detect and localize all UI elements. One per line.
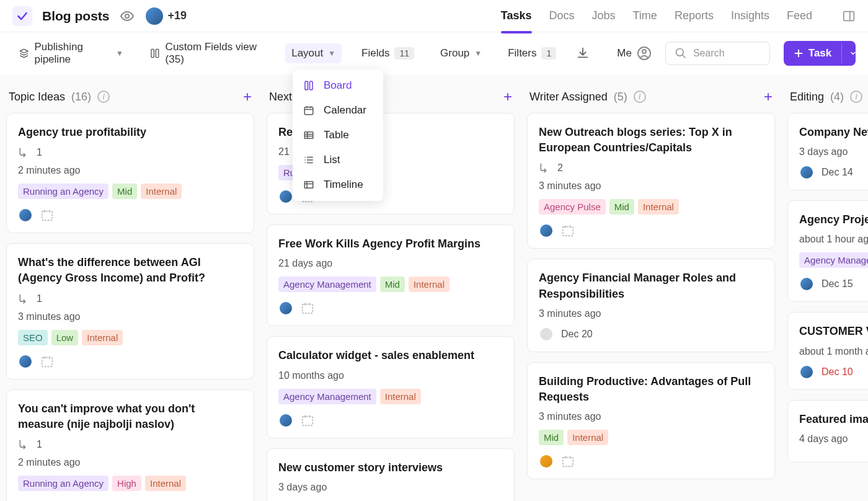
subtask-count: 1	[18, 293, 242, 305]
tag[interactable]: Internal	[409, 277, 450, 292]
tag[interactable]: Agency Managemen	[799, 252, 868, 268]
due-date: Dec 10	[822, 366, 853, 378]
assignee-avatar[interactable]	[278, 301, 293, 316]
nav-tab-tasks[interactable]: Tasks	[501, 7, 532, 25]
tag[interactable]: Internal	[567, 430, 608, 445]
custom-fields-view[interactable]: Custom Fields view (35)	[143, 37, 272, 69]
group-selector[interactable]: Group ▼	[434, 43, 488, 63]
tag[interactable]: Low	[51, 330, 79, 345]
assignee-avatar[interactable]	[799, 277, 814, 291]
layout-option-list[interactable]: List	[293, 148, 383, 172]
svg-point-7	[676, 49, 683, 56]
card-footer	[539, 454, 763, 469]
layout-option-table[interactable]: Table	[293, 123, 383, 148]
card-footer	[539, 223, 763, 238]
tag[interactable]: Internal	[638, 199, 679, 215]
tag[interactable]: Internal	[380, 389, 421, 404]
card-timestamp: 4 days ago	[799, 433, 868, 445]
card-footer	[18, 354, 242, 369]
calendar-icon[interactable]	[40, 208, 54, 222]
me-filter[interactable]: Me	[617, 46, 652, 61]
info-icon[interactable]: i	[850, 91, 862, 103]
tag[interactable]: Running an Agency	[18, 184, 108, 199]
task-card[interactable]: Agency Project Ma Responsibilitiesabout …	[787, 200, 868, 302]
task-card[interactable]: New customer story interviews3 days ago	[267, 448, 515, 501]
task-card[interactable]: Featured image za4 days ago	[787, 400, 868, 463]
new-task-dropdown[interactable]	[841, 43, 856, 63]
nav-tab-jobs[interactable]: Jobs	[592, 7, 616, 25]
card-timestamp: 3 minutes ago	[539, 411, 763, 422]
assignee-avatar[interactable]	[18, 208, 33, 223]
task-card[interactable]: Agency true profitability12 minutes agoR…	[6, 113, 254, 233]
calendar-icon[interactable]	[40, 355, 54, 368]
tag[interactable]: Running an Agency	[18, 476, 108, 491]
nav-tab-docs[interactable]: Docs	[549, 7, 575, 25]
layout-option-board[interactable]: Board	[293, 73, 383, 98]
card-tags: Agency ManagementInternal	[278, 389, 503, 404]
calendar-icon[interactable]	[561, 454, 575, 468]
assignee-avatar[interactable]	[539, 327, 554, 342]
nav-tab-reports[interactable]: Reports	[675, 7, 714, 25]
tag[interactable]: SEO	[18, 330, 48, 345]
visibility-icon[interactable]	[120, 9, 135, 24]
nav-tab-insights[interactable]: Insights	[731, 7, 769, 25]
assignee-avatar[interactable]	[539, 454, 554, 469]
tag[interactable]: Internal	[145, 476, 186, 491]
task-card[interactable]: Company News: w post3 days agoDec 14	[787, 113, 868, 190]
add-card-button[interactable]: +	[503, 88, 512, 105]
assignee-avatar[interactable]	[18, 354, 33, 369]
card-footer	[278, 301, 503, 316]
collaborator-avatars[interactable]: +19	[144, 6, 187, 26]
calendar-icon[interactable]	[561, 224, 575, 237]
due-date: Dec 20	[561, 329, 593, 340]
calendar-icon[interactable]	[301, 414, 314, 427]
tag[interactable]: Agency Management	[278, 277, 376, 292]
layout-option-calendar[interactable]: Calendar	[293, 98, 383, 123]
task-card[interactable]: You can't improve what you don't measure…	[6, 389, 254, 501]
task-card[interactable]: Calculator widget - sales enablement10 m…	[267, 336, 515, 438]
new-task-button[interactable]: Task	[784, 41, 856, 66]
assignee-avatar[interactable]	[799, 165, 814, 180]
assignee-avatar[interactable]	[278, 189, 293, 204]
info-icon[interactable]: i	[97, 91, 110, 103]
layout-selector[interactable]: Layout ▼	[285, 43, 342, 63]
calendar-icon[interactable]	[301, 301, 314, 315]
fields-selector[interactable]: Fields 11	[355, 43, 420, 63]
tag[interactable]: Mid	[380, 277, 405, 292]
info-icon[interactable]: i	[634, 91, 646, 103]
panel-toggle-icon[interactable]	[842, 9, 856, 23]
svg-rect-46	[304, 182, 313, 188]
assignee-avatar[interactable]	[539, 223, 554, 238]
card-title: New Outreach blogs series: Top X in Euro…	[539, 125, 763, 156]
tag[interactable]: Internal	[141, 184, 182, 199]
task-card[interactable]: Agency Financial Manager Roles and Respo…	[527, 259, 775, 352]
add-card-button[interactable]: +	[243, 88, 252, 105]
card-title: Agency Financial Manager Roles and Respo…	[539, 270, 763, 301]
tag[interactable]: Agency Pulse	[539, 199, 606, 215]
assignee-avatar[interactable]	[799, 365, 814, 379]
tag[interactable]: Mid	[112, 184, 137, 199]
kanban-column: Editing(4)i+Company News: w post3 days a…	[787, 81, 868, 501]
tag[interactable]: Internal	[82, 330, 123, 345]
tag[interactable]: Mid	[539, 430, 564, 445]
task-card[interactable]: Building Productive: Advantages of Pull …	[527, 362, 775, 479]
tag[interactable]: High	[112, 476, 141, 491]
layout-option-timeline[interactable]: Timeline	[293, 172, 383, 197]
task-card[interactable]: CUSTOMER VIDEOabout 1 month agoDec 10	[787, 312, 868, 389]
task-card[interactable]: Free Work Kills Agency Profit Margins21 …	[267, 224, 515, 326]
nav-tab-feed[interactable]: Feed	[787, 7, 812, 25]
add-card-button[interactable]: +	[764, 88, 773, 105]
app-logo[interactable]	[12, 6, 32, 26]
task-card[interactable]: New Outreach blogs series: Top X in Euro…	[527, 113, 775, 249]
tag[interactable]: Mid	[609, 199, 634, 215]
filters-selector[interactable]: Filters 1	[502, 43, 562, 63]
download-icon[interactable]	[576, 47, 590, 60]
nav-tab-time[interactable]: Time	[633, 7, 657, 25]
pipeline-selector[interactable]: Publishing pipeline ▼	[12, 37, 130, 69]
assignee-avatar[interactable]	[278, 413, 293, 428]
search-input[interactable]: Search	[665, 42, 770, 65]
main-nav: Tasks Docs Jobs Time Reports Insights Fe…	[501, 7, 856, 25]
tag[interactable]: Agency Management	[278, 389, 376, 404]
filters-count-badge: 1	[541, 47, 556, 60]
task-card[interactable]: What's the difference between AGI (Agenc…	[6, 243, 254, 379]
